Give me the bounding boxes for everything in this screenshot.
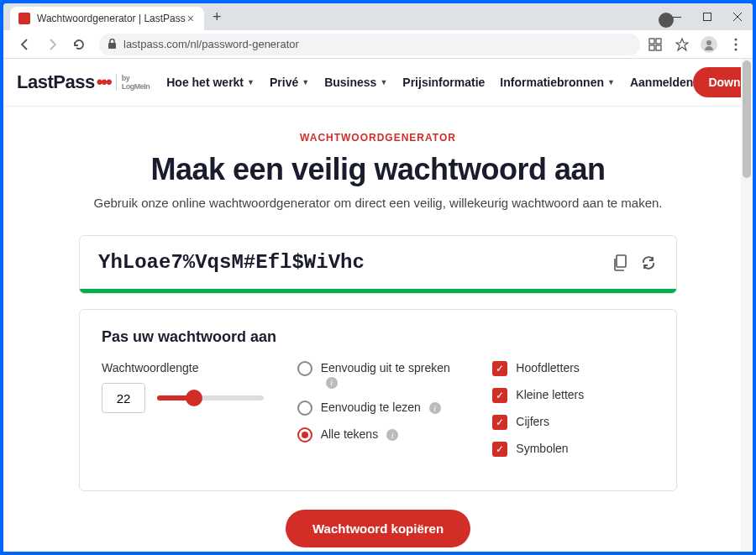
svg-point-8 [735, 38, 738, 40]
extension-icon[interactable] [647, 36, 664, 53]
info-icon[interactable]: i [386, 429, 398, 441]
lock-icon [108, 39, 117, 50]
checkbox-icon[interactable]: ✓ [492, 388, 507, 403]
browser-titlebar: Wachtwoordgenerator | LastPass × + [3, 3, 753, 30]
chevron-down-icon: ▼ [607, 78, 615, 86]
page-content: LastPass••• by LogMeIn Hoe het werkt▼ Pr… [3, 59, 753, 552]
logo-byline: by LogMeIn [116, 74, 150, 91]
tab-favicon [18, 13, 30, 24]
checkbox-icon[interactable]: ✓ [492, 361, 507, 376]
regenerate-icon[interactable] [639, 254, 658, 272]
svg-rect-4 [656, 39, 661, 44]
back-button[interactable] [15, 34, 35, 55]
close-icon[interactable]: × [186, 12, 196, 25]
svg-rect-1 [704, 13, 711, 21]
radio-easy-read[interactable]: Eenvoudig te lezen i [297, 401, 459, 416]
radio-icon[interactable] [297, 401, 312, 416]
svg-point-10 [735, 48, 738, 50]
browser-tab[interactable]: Wachtwoordgenerator | LastPass × [10, 7, 204, 30]
checkbox-icon[interactable]: ✓ [492, 442, 507, 457]
lastpass-logo[interactable]: LastPass••• by LogMeIn [17, 71, 150, 93]
site-top-nav: LastPass••• by LogMeIn Hoe het werkt▼ Pr… [3, 59, 753, 107]
hero-eyebrow: WACHTWOORDGENERATOR [54, 132, 702, 144]
nav-hoe-het-werkt[interactable]: Hoe het werkt▼ [166, 76, 255, 89]
nav-aanmelden[interactable]: Aanmelden [630, 76, 693, 89]
svg-point-7 [706, 40, 711, 45]
svg-point-9 [735, 43, 738, 45]
check-digits[interactable]: ✓ Cijfers [492, 415, 654, 430]
chevron-down-icon: ▼ [302, 78, 309, 86]
length-input[interactable] [102, 383, 145, 413]
url-field[interactable]: lastpass.com/nl/password-generator [99, 34, 640, 55]
chevron-down-icon: ▼ [247, 78, 255, 86]
check-uppercase[interactable]: ✓ Hoofdletters [492, 361, 654, 376]
logo-last: Last [17, 71, 53, 93]
window-maximize[interactable] [692, 3, 722, 30]
svg-rect-5 [649, 45, 654, 50]
chevron-down-icon: ▼ [380, 78, 387, 86]
radio-easy-say[interactable]: Eenvoudig uit te sprekeni [297, 361, 459, 389]
check-symbols[interactable]: ✓ Symbolen [492, 442, 654, 457]
hero-subtitle: Gebruik onze online wachtwoordgenerator … [54, 196, 702, 210]
nav-prive[interactable]: Privé▼ [270, 76, 309, 89]
strength-bar [80, 289, 676, 293]
password-display-box: YhLoae7%VqsM#Efl$WiVhc [79, 235, 677, 294]
hero-title: Maak een veilig wachtwoord aan [54, 152, 702, 187]
scrollbar[interactable] [741, 59, 753, 552]
reload-button[interactable] [69, 34, 89, 55]
length-label: Wachtwoordlengte [102, 361, 264, 374]
customize-panel: Pas uw wachtwoord aan Wachtwoordlengte [79, 309, 677, 491]
window-close[interactable] [722, 3, 753, 30]
radio-icon[interactable] [297, 361, 312, 376]
nav-informatiebronnen[interactable]: Informatiebronnen▼ [500, 76, 615, 89]
profile-avatar[interactable] [701, 36, 717, 53]
logo-pass: Pass [53, 71, 94, 93]
new-tab-button[interactable]: + [204, 8, 230, 26]
copy-icon[interactable] [611, 254, 629, 272]
customize-title: Pas uw wachtwoord aan [102, 328, 654, 346]
menu-icon[interactable] [727, 36, 744, 53]
length-slider[interactable] [157, 395, 264, 401]
check-lowercase[interactable]: ✓ Kleine letters [492, 388, 654, 403]
slider-thumb[interactable] [186, 390, 202, 406]
info-icon[interactable]: i [429, 402, 441, 414]
svg-rect-0 [673, 17, 681, 18]
svg-rect-11 [617, 255, 626, 267]
svg-rect-3 [649, 39, 654, 44]
generated-password[interactable]: YhLoae7%VqsM#Efl$WiVhc [98, 251, 601, 274]
nav-business[interactable]: Business▼ [324, 76, 387, 89]
tab-title: Wachtwoordgenerator | LastPass [37, 13, 186, 24]
browser-address-bar: lastpass.com/nl/password-generator [3, 30, 753, 59]
bookmark-icon[interactable] [674, 36, 690, 53]
forward-button[interactable] [42, 34, 62, 55]
checkbox-icon[interactable]: ✓ [492, 415, 507, 430]
info-icon[interactable]: i [326, 377, 338, 389]
radio-icon[interactable] [297, 427, 312, 442]
nav-prijsinformatie[interactable]: Prijsinformatie [402, 76, 485, 89]
logo-dots: ••• [97, 71, 111, 93]
radio-all-chars[interactable]: Alle tekens i [297, 427, 459, 442]
window-minimize[interactable] [662, 3, 692, 30]
copy-password-button[interactable]: Wachtwoord kopiëren [286, 510, 470, 547]
svg-rect-6 [656, 45, 661, 50]
svg-rect-2 [108, 43, 116, 49]
url-text: lastpass.com/nl/password-generator [123, 38, 299, 50]
